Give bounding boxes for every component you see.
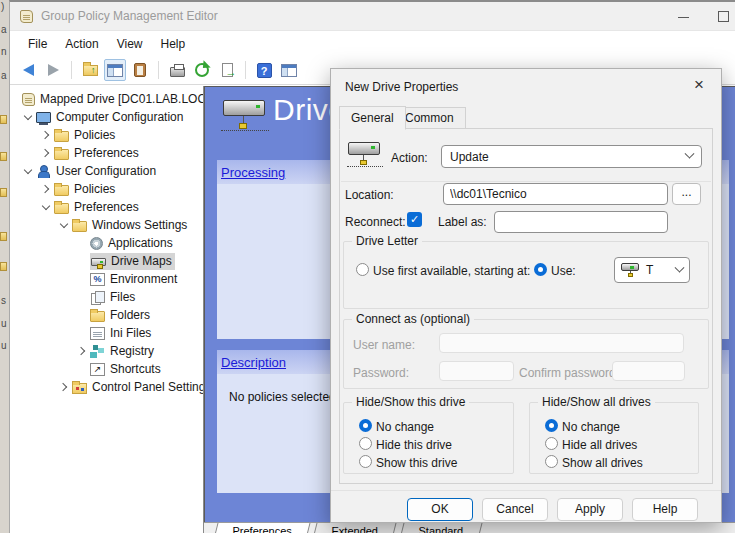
- cancel-button[interactable]: Cancel: [482, 498, 548, 521]
- chevron-down-icon[interactable]: [38, 205, 54, 209]
- tab-general[interactable]: General: [339, 106, 406, 130]
- tab-extended[interactable]: Extended: [314, 523, 397, 533]
- label-as-input[interactable]: [494, 211, 668, 233]
- tree-item-applications[interactable]: Applications: [10, 234, 203, 252]
- confirm-password-input: [612, 361, 685, 381]
- help-button[interactable]: Help: [632, 498, 698, 521]
- chevron-right-icon[interactable]: [74, 348, 90, 354]
- chevron-down-icon[interactable]: [20, 169, 36, 173]
- all-no-change-label: No change: [562, 420, 620, 434]
- background-text-fragment: a: [1, 70, 7, 81]
- apply-button[interactable]: Apply: [557, 498, 623, 521]
- tree-item-user-configuration[interactable]: User Configuration: [10, 162, 203, 180]
- printer-icon: [170, 67, 185, 77]
- tree-item-drive-maps[interactable]: Drive Maps: [10, 252, 203, 270]
- chevron-down-icon[interactable]: [20, 115, 36, 119]
- tab-standard[interactable]: Standard: [400, 523, 482, 533]
- folder-up-icon: ↑: [83, 65, 98, 76]
- drive-letter-select[interactable]: T: [614, 257, 690, 283]
- tree-item-label: Policies: [74, 182, 115, 196]
- print-button[interactable]: [166, 59, 188, 81]
- tree-item-registry[interactable]: Registry: [10, 342, 203, 360]
- back-icon: [23, 64, 34, 76]
- selected-tree-item-highlight: Drive Maps: [90, 253, 175, 270]
- menu-help[interactable]: Help: [152, 34, 195, 54]
- properties-button[interactable]: [129, 59, 151, 81]
- menu-file[interactable]: File: [19, 34, 56, 54]
- chevron-right-icon[interactable]: [38, 150, 54, 156]
- maximize-button[interactable]: [718, 11, 729, 22]
- show-all-drives-radio[interactable]: [545, 455, 558, 468]
- console-tree-icon: [107, 64, 123, 77]
- console-tree: Mapped Drive [DC01.LAB.LOCA Computer Con…: [10, 86, 204, 533]
- help-icon: ?: [257, 63, 272, 78]
- drive-maps-header-icon: [221, 96, 269, 138]
- all-no-change-radio[interactable]: [545, 419, 558, 432]
- background-text-fragment: n: [1, 46, 7, 57]
- tree-item-mapped-drive[interactable]: Mapped Drive [DC01.LAB.LOCA: [10, 90, 203, 108]
- gpo-scroll-icon: [22, 93, 35, 106]
- browse-button[interactable]: ...: [672, 183, 701, 205]
- tree-item-environment[interactable]: Environment: [10, 270, 203, 288]
- use-first-available-radio[interactable]: [356, 263, 369, 276]
- menu-action[interactable]: Action: [56, 34, 107, 54]
- tree-item-label: Windows Settings: [92, 218, 187, 232]
- ok-button[interactable]: OK: [407, 498, 473, 521]
- environment-icon: [90, 273, 105, 286]
- hide-this-drive-radio[interactable]: [359, 437, 372, 450]
- background-text-fragment: ): [1, 1, 4, 12]
- tree-item-computer-policies[interactable]: Policies: [10, 126, 203, 144]
- action-select[interactable]: Update: [441, 145, 702, 168]
- files-icon: [90, 291, 105, 304]
- reconnect-checkbox[interactable]: [407, 212, 422, 227]
- chevron-right-icon[interactable]: [38, 186, 54, 192]
- description-link[interactable]: Description: [221, 355, 286, 370]
- background-folder-icon: [0, 115, 7, 124]
- tree-item-files[interactable]: Files: [10, 288, 203, 306]
- tree-item-ini-files[interactable]: Ini Files: [10, 324, 203, 342]
- show-this-drive-label: Show this drive: [376, 456, 457, 470]
- new-window-button[interactable]: [278, 59, 300, 81]
- use-drive-radio[interactable]: [534, 263, 547, 276]
- section-divider: [341, 181, 711, 182]
- drive-icon: [347, 139, 383, 171]
- dialog-title: New Drive Properties: [345, 80, 458, 94]
- location-input[interactable]: [443, 183, 668, 205]
- tree-item-user-preferences[interactable]: Preferences: [10, 198, 203, 216]
- this-no-change-radio[interactable]: [359, 419, 372, 432]
- folder-icon: [54, 203, 69, 214]
- tree-item-control-panel-settings[interactable]: Control Panel Setting: [10, 378, 203, 396]
- export-list-button[interactable]: →: [216, 59, 238, 81]
- chevron-right-icon[interactable]: [38, 132, 54, 138]
- background-folder-icon: [0, 232, 7, 241]
- minimize-button[interactable]: [678, 17, 689, 18]
- show-all-drives-label: Show all drives: [562, 456, 643, 470]
- tree-item-folders[interactable]: Folders: [10, 306, 203, 324]
- tree-item-shortcuts[interactable]: Shortcuts: [10, 360, 203, 378]
- help-button[interactable]: ?: [253, 59, 275, 81]
- tree-item-computer-configuration[interactable]: Computer Configuration: [10, 108, 203, 126]
- menu-view[interactable]: View: [108, 34, 152, 54]
- back-button[interactable]: [17, 59, 39, 81]
- tree-item-label: Folders: [110, 308, 150, 322]
- processing-link[interactable]: Processing: [221, 165, 285, 180]
- tree-item-windows-settings[interactable]: Windows Settings: [10, 216, 203, 234]
- tree-item-computer-preferences[interactable]: Preferences: [10, 144, 203, 162]
- close-icon[interactable]: ×: [687, 73, 711, 97]
- show-this-drive-radio[interactable]: [359, 455, 372, 468]
- refresh-button[interactable]: [191, 59, 213, 81]
- show-console-tree-button[interactable]: [104, 59, 126, 81]
- drive-maps-icon: [91, 258, 106, 266]
- up-one-level-button[interactable]: ↑: [79, 59, 101, 81]
- applications-icon: [90, 237, 103, 250]
- hide-all-drives-radio[interactable]: [545, 437, 558, 450]
- forward-button[interactable]: [42, 59, 64, 81]
- chevron-right-icon[interactable]: [56, 384, 72, 390]
- control-panel-icon: [72, 383, 87, 394]
- tree-item-user-policies[interactable]: Policies: [10, 180, 203, 198]
- toolbar-separator: [245, 61, 246, 79]
- action-value: Update: [450, 150, 489, 164]
- tab-preferences[interactable]: Preferences: [215, 523, 311, 533]
- chevron-down-icon[interactable]: [56, 223, 72, 227]
- tree-item-label: Registry: [110, 344, 154, 358]
